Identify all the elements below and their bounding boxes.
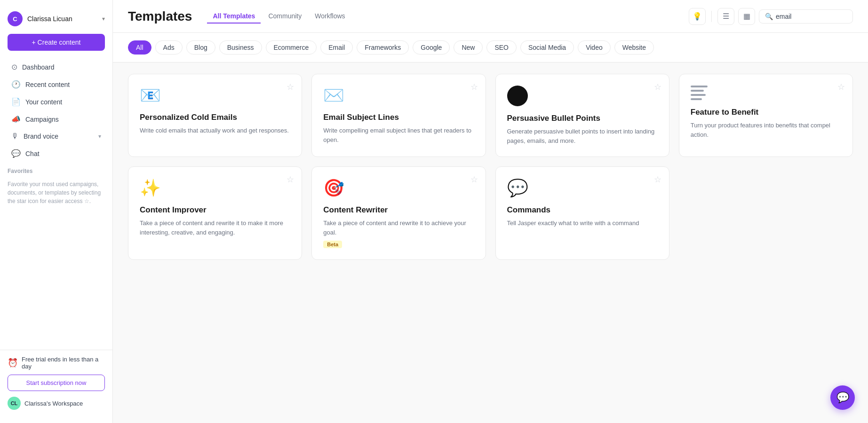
- card-icon-cold-emails: 📧: [140, 86, 290, 105]
- filter-all[interactable]: All: [128, 40, 151, 55]
- filter-frameworks[interactable]: Frameworks: [357, 40, 409, 55]
- favorite-star-cold-emails[interactable]: ☆: [287, 82, 294, 92]
- your-content-icon: 📄: [11, 97, 21, 106]
- speech-icon: 💬: [507, 178, 528, 198]
- divider: [711, 11, 712, 22]
- filter-business[interactable]: Business: [219, 40, 262, 55]
- sidebar: C Clarissa Licuan ▾ + Create content ⊙ D…: [0, 0, 113, 423]
- main-content: Templates All TemplatesCommunityWorkflow…: [113, 0, 868, 423]
- card-content-rewriter[interactable]: ☆ 🎯 Content Rewriter Take a piece of con…: [311, 166, 486, 260]
- card-desc-feature-benefit: Turn your product features into benefits…: [691, 121, 841, 139]
- filter-email[interactable]: Email: [320, 40, 353, 55]
- card-title-feature-benefit: Feature to Benefit: [691, 108, 841, 117]
- favorites-section-title: Favorites: [0, 162, 112, 176]
- lines-icon: [691, 86, 708, 100]
- sidebar-item-campaigns[interactable]: 📣 Campaigns: [4, 110, 109, 128]
- sidebar-item-recent[interactable]: 🕐 Recent content: [4, 76, 109, 93]
- favorite-star-feature-benefit[interactable]: ☆: [837, 82, 845, 92]
- email-lines-icon: 📧: [140, 86, 161, 105]
- sidebar-item-chat[interactable]: 💬 Chat: [4, 145, 109, 162]
- favorite-star-commands[interactable]: ☆: [654, 174, 661, 185]
- chevron-down-icon: ▾: [102, 16, 105, 22]
- sidebar-item-label: Your content: [25, 98, 101, 106]
- avatar: C: [8, 11, 23, 26]
- sidebar-item-label: Chat: [25, 150, 101, 157]
- light-icon-button[interactable]: 💡: [689, 8, 706, 25]
- card-desc-content-rewriter: Take a piece of content and rewrite it t…: [323, 219, 474, 237]
- card-cold-emails[interactable]: ☆ 📧 Personalized Cold Emails Write cold …: [128, 74, 302, 157]
- filter-google[interactable]: Google: [413, 40, 450, 55]
- filter-ads[interactable]: Ads: [155, 40, 183, 55]
- filter-video[interactable]: Video: [578, 40, 611, 55]
- sidebar-bottom: ⏰ Free trial ends in less than a day Sta…: [0, 350, 112, 415]
- card-desc-cold-emails: Write cold emails that actually work and…: [140, 126, 290, 135]
- start-subscription-button[interactable]: Start subscription now: [8, 375, 105, 391]
- filter-website[interactable]: Website: [614, 40, 654, 55]
- card-desc-email-subject: Write compelling email subject lines tha…: [323, 126, 474, 144]
- trial-notice: ⏰ Free trial ends in less than a day: [8, 356, 105, 370]
- wand-icon: ✨: [140, 178, 161, 198]
- grid-view-button[interactable]: ▦: [738, 8, 755, 25]
- create-content-button[interactable]: + Create content: [8, 34, 105, 51]
- card-desc-content-improver: Take a piece of content and rewrite it t…: [140, 219, 290, 237]
- header-actions: 💡 ☰ ▦ 🔍: [689, 8, 853, 25]
- black-circle-icon: [507, 86, 528, 106]
- sidebar-item-dashboard[interactable]: ⊙ Dashboard: [4, 58, 109, 76]
- page-title: Templates: [128, 9, 192, 24]
- workspace-row: CL Clarissa's Workspace: [8, 397, 105, 410]
- filter-blog[interactable]: Blog: [186, 40, 215, 55]
- sidebar-item-brand-voice[interactable]: 🎙 Brand voice ▾: [4, 128, 109, 145]
- list-view-button[interactable]: ☰: [717, 8, 734, 25]
- card-content-improver[interactable]: ☆ ✨ Content Improver Take a piece of con…: [128, 166, 302, 260]
- user-menu[interactable]: C Clarissa Licuan ▾: [0, 8, 112, 34]
- search-icon: 🔍: [765, 13, 773, 20]
- chat-bubble-float[interactable]: 💬: [830, 385, 855, 410]
- filter-new[interactable]: New: [454, 40, 483, 55]
- tab-workflows[interactable]: Workflows: [309, 9, 350, 24]
- favorites-hint: Favorite your most used campaigns, docum…: [0, 176, 112, 209]
- dashboard-icon: ⊙: [11, 63, 17, 71]
- chat-icon: 💬: [11, 149, 21, 158]
- main-header: Templates All TemplatesCommunityWorkflow…: [113, 0, 868, 33]
- card-desc-commands: Tell Jasper exactly what to write with a…: [507, 219, 658, 228]
- sidebar-item-label: Campaigns: [25, 116, 101, 123]
- workspace-avatar: CL: [8, 397, 21, 410]
- card-title-content-improver: Content Improver: [140, 205, 290, 215]
- search-input[interactable]: [776, 13, 847, 20]
- chevron-icon: ▾: [98, 133, 101, 140]
- campaigns-icon: 📣: [11, 115, 21, 124]
- card-icon-commands: 💬: [507, 178, 658, 198]
- card-feature-benefit[interactable]: ☆ Feature to Benefit Turn your product f…: [679, 74, 853, 157]
- card-icon-feature-benefit: [691, 86, 841, 100]
- card-title-bullet-points: Persuasive Bullet Points: [507, 114, 658, 123]
- card-commands[interactable]: ☆ 💬 Commands Tell Jasper exactly what to…: [495, 166, 669, 260]
- favorite-star-bullet-points[interactable]: ☆: [654, 82, 661, 92]
- card-icon-content-improver: ✨: [140, 178, 290, 198]
- favorite-star-email-subject[interactable]: ☆: [470, 82, 478, 92]
- sidebar-item-label: Dashboard: [22, 63, 101, 71]
- brand-voice-icon: 🎙: [11, 132, 19, 141]
- filter-ecommerce[interactable]: Ecommerce: [266, 40, 317, 55]
- card-title-email-subject: Email Subject Lines: [323, 113, 474, 122]
- sidebar-item-your-content[interactable]: 📄 Your content: [4, 93, 109, 110]
- clock-icon: ⏰: [8, 358, 18, 368]
- favorite-star-content-rewriter[interactable]: ☆: [470, 174, 478, 185]
- filter-seo[interactable]: SEO: [486, 40, 517, 55]
- card-title-commands: Commands: [507, 205, 658, 215]
- search-box: 🔍: [759, 9, 853, 24]
- tab-nav: All TemplatesCommunityWorkflows: [207, 9, 677, 24]
- target-icon: 🎯: [323, 178, 344, 198]
- sidebar-item-label: Recent content: [25, 81, 101, 88]
- tab-community[interactable]: Community: [263, 9, 307, 24]
- user-name: Clarissa Licuan: [27, 15, 97, 23]
- card-icon-email-subject: ✉️: [323, 86, 474, 105]
- card-icon-bullet-points: [507, 86, 658, 106]
- card-title-cold-emails: Personalized Cold Emails: [140, 113, 290, 122]
- card-bullet-points[interactable]: ☆ Persuasive Bullet Points Generate pers…: [495, 74, 669, 157]
- card-email-subject[interactable]: ☆ ✉️ Email Subject Lines Write compellin…: [311, 74, 486, 157]
- favorite-star-content-improver[interactable]: ☆: [287, 174, 294, 185]
- card-icon-content-rewriter: 🎯: [323, 178, 474, 198]
- workspace-label: Clarissa's Workspace: [24, 400, 83, 407]
- filter-social-media[interactable]: Social Media: [520, 40, 574, 55]
- tab-all[interactable]: All Templates: [207, 9, 261, 24]
